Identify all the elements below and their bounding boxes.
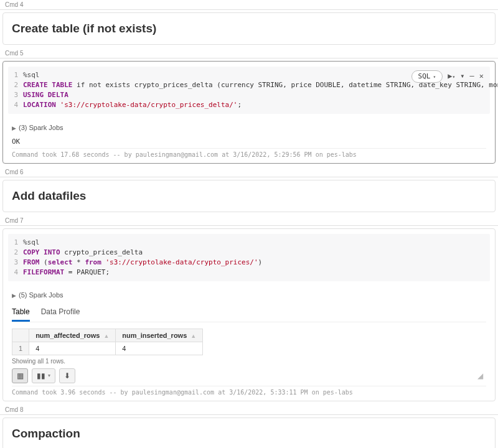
chevron-down-icon: ▾ [433, 74, 436, 80]
col-header-affected[interactable]: num_affected_rows▲ [29, 329, 116, 342]
chevron-down-icon: ▾ [48, 373, 50, 378]
markdown-title: Compaction [3, 418, 495, 449]
cell-output: ▶(5) Spark Jobs Table Data Profile num_a… [3, 286, 495, 401]
cell-markdown-8[interactable]: Compaction [2, 418, 496, 449]
chart-view-button[interactable]: ▮▮▾ [32, 368, 55, 383]
cmd-header-4: Cmd 4 [0, 0, 498, 10]
notebook: Cmd 4 Create table (if not exists) Cmd 5… [0, 0, 498, 448]
markdown-title: Create table (if not exists) [3, 13, 495, 44]
resize-handle-icon[interactable]: ◢ [477, 371, 486, 380]
table-view-button[interactable]: ▦ [12, 368, 28, 383]
download-button[interactable]: ⬇ [59, 368, 75, 383]
bar-chart-icon: ▮▮ [37, 371, 45, 380]
grid-icon: ▦ [17, 371, 24, 380]
cell-markdown-6[interactable]: Add datafiles [2, 180, 496, 212]
markdown-title: Add datafiles [3, 180, 495, 212]
cell-inserted: 4 [116, 342, 203, 355]
triangle-right-icon: ▶ [12, 125, 16, 131]
sort-icon: ▲ [103, 333, 109, 339]
minimize-icon[interactable]: – [470, 71, 474, 82]
cmd-header-5: Cmd 5 [0, 49, 498, 58]
row-number: 1 [12, 342, 29, 355]
cmd-header-6: Cmd 6 [0, 167, 498, 177]
cell-code-5[interactable]: SQL▾ ▶▾ ▾ – ✕ 1%sql 2CREATE TABLE if not… [2, 61, 496, 164]
spark-jobs-toggle[interactable]: ▶(5) Spark Jobs [12, 289, 486, 301]
result-table: num_affected_rows▲ num_inserted_rows▲ 1 … [12, 329, 203, 355]
cell-affected: 4 [29, 342, 116, 355]
spark-jobs-toggle[interactable]: ▶(3) Spark Jobs [12, 121, 486, 134]
code-editor[interactable]: SQL▾ ▶▾ ▾ – ✕ 1%sql 2CREATE TABLE if not… [8, 67, 490, 114]
tab-data-profile[interactable]: Data Profile [41, 305, 80, 322]
cmd-header-7: Cmd 7 [0, 216, 498, 226]
run-icon[interactable]: ▶▾ [448, 71, 455, 82]
cell-output: ▶(3) Spark Jobs OK Command took 17.68 se… [3, 119, 495, 163]
cell-code-7[interactable]: 1%sql 2COPY INTO crypto_prices_delta 3FR… [2, 228, 496, 401]
tab-table[interactable]: Table [12, 305, 30, 322]
chevron-down-icon[interactable]: ▾ [460, 71, 464, 82]
cell-markdown-4[interactable]: Create table (if not exists) [2, 12, 496, 45]
output-text: OK [12, 138, 486, 146]
command-meta: Command took 3.96 seconds -- by paulesin… [12, 386, 486, 396]
triangle-right-icon: ▶ [12, 292, 16, 299]
command-meta: Command took 17.68 seconds -- by paulesi… [12, 148, 486, 158]
sort-icon: ▲ [190, 333, 196, 339]
col-header-inserted[interactable]: num_inserted_rows▲ [116, 329, 203, 342]
output-tabs: Table Data Profile [12, 301, 486, 322]
rownum-header[interactable] [12, 329, 29, 342]
language-pill[interactable]: SQL▾ [411, 70, 443, 83]
close-icon[interactable]: ✕ [479, 71, 484, 82]
output-button-bar: ▦ ▮▮▾ ⬇ ◢ [12, 368, 486, 383]
rows-summary: Showing all 1 rows. [12, 358, 486, 365]
download-icon: ⬇ [64, 371, 70, 380]
table-row[interactable]: 1 4 4 [12, 342, 203, 355]
cell-toolbar: SQL▾ ▶▾ ▾ – ✕ [411, 70, 484, 83]
cmd-header-8: Cmd 8 [0, 405, 498, 415]
code-editor[interactable]: 1%sql 2COPY INTO crypto_prices_delta 3FR… [8, 234, 490, 281]
